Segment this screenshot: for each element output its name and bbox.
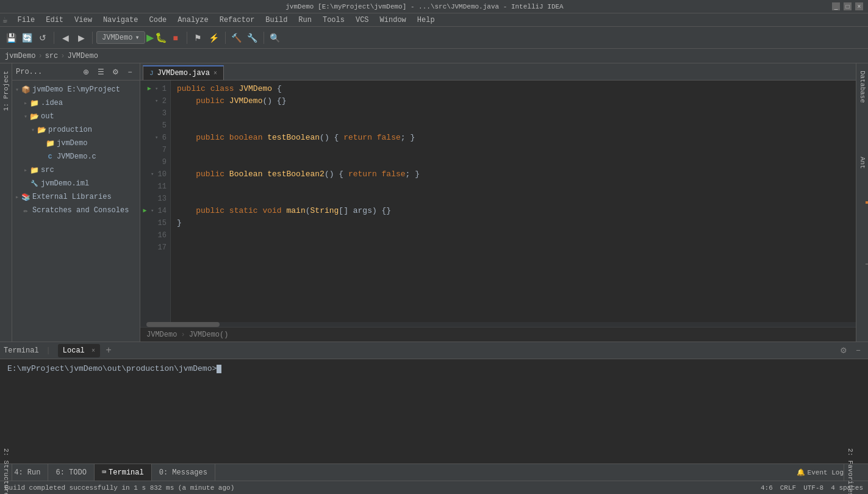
menu-navigate[interactable]: Navigate [98, 14, 143, 26]
module-icon: 📦 [21, 85, 30, 95]
run-gutter-14[interactable]: ▶ [143, 205, 147, 217]
forward-button[interactable]: ▶ [74, 30, 88, 45]
tree-item-jvmdemo-class[interactable]: C JVMDemo.c [12, 150, 140, 163]
menu-view[interactable]: View [70, 14, 97, 26]
run-gutter-1[interactable]: ▶ [148, 83, 151, 95]
refresh-button[interactable]: ↺ [35, 30, 50, 45]
status-position[interactable]: 4:6 [761, 484, 773, 492]
arrow-jvmdemo-root: ▾ [13, 86, 21, 93]
code-editor: ▶ ▾ 1 ▾ 2 3 5 ▾ 6 7 [140, 81, 856, 322]
save-button[interactable]: 💾 [4, 30, 18, 45]
menu-code[interactable]: Code [144, 14, 171, 26]
search-everywhere-button[interactable]: 🔍 [268, 30, 282, 45]
linenum-14: 14 [158, 205, 167, 217]
tab-close-button[interactable]: × [213, 70, 217, 77]
close-button[interactable]: × [855, 2, 863, 10]
fold-6: ▾ [154, 132, 160, 144]
add-terminal-button[interactable]: + [102, 345, 115, 356]
code-line-2: public JVMDemo() {} [177, 95, 850, 107]
tree-item-jvmdemo-root[interactable]: ▾ 📦 jvmDemo E:\myProject [12, 83, 140, 96]
tab-label-jvmdemo: JVMDemo.java [157, 69, 210, 77]
run-button[interactable]: ▶ [146, 32, 154, 43]
favorites-side-tab[interactable]: 2: Favorites [844, 464, 856, 481]
tool-tabs: ▶ 4: Run 6: TODO ⌨ Terminal 0: Messages [0, 464, 215, 481]
tree-item-external-libs[interactable]: ▸ 📚 External Libraries [12, 190, 140, 204]
project-side-tab[interactable]: 1: Project [1, 66, 11, 116]
ant-tab[interactable]: Ant [859, 154, 866, 171]
panel-add-button[interactable]: ⊕ [80, 66, 92, 78]
breadcrumb-method[interactable]: JVMDemo() [189, 331, 229, 339]
menu-help[interactable]: Help [412, 14, 440, 26]
terminal-settings-button[interactable]: ⚙ [838, 345, 850, 357]
stop-button[interactable]: ■ [168, 30, 183, 45]
toolbar-separator-1 [54, 32, 54, 44]
maximize-button[interactable]: □ [844, 2, 852, 10]
nav-item-jvmdemo[interactable]: jvmDemo [5, 52, 35, 60]
messages-tool-tab[interactable]: 0: Messages [152, 464, 215, 481]
terminal-tab-local[interactable]: Local × [58, 344, 100, 357]
terminal-content[interactable]: E:\myProject\jvmDemo\out\production\jvmD… [0, 359, 868, 464]
toolbar-separator-4 [225, 32, 226, 44]
coverage-button[interactable]: ⚑ [191, 30, 206, 45]
build-menu-button[interactable]: 🔨 [229, 30, 244, 45]
menu-tools[interactable]: Tools [318, 14, 350, 26]
sync-button[interactable]: 🔄 [20, 30, 34, 45]
nav-item-jvmdemo-class[interactable]: JVMDemo [67, 52, 98, 60]
fold-1: ▾ [154, 83, 160, 95]
menu-run[interactable]: Run [293, 14, 317, 26]
panel-settings-button[interactable]: ⚙ [109, 66, 121, 78]
menu-vcs[interactable]: VCS [351, 14, 374, 26]
editor-tab-jvmdemo[interactable]: J JVMDemo.java × [143, 65, 224, 80]
line-num-2: ▾ 2 [140, 95, 170, 107]
breadcrumb-jvmdemo[interactable]: JVMDemo [146, 331, 177, 339]
tree-item-iml[interactable]: 🔧 jvmDemo.iml [12, 177, 140, 190]
bottom-panel: Terminal | Local × + ⚙ − E:\myProject\jv… [0, 342, 868, 464]
structure-side-tab[interactable]: 2: Structure [0, 464, 12, 481]
status-message: Build completed successfully in 1 s 832 … [5, 484, 753, 492]
todo-tool-tab[interactable]: 6: TODO [48, 464, 94, 481]
status-encoding[interactable]: UTF-8 [803, 484, 823, 492]
menu-window[interactable]: Window [375, 14, 411, 26]
menu-refactor[interactable]: Refactor [215, 14, 260, 26]
sdk-button[interactable]: 🔧 [245, 30, 260, 45]
tree-label-jvmdemo-sub: jvmDemo [57, 139, 87, 148]
code-line-13 [177, 193, 850, 205]
code-line-10: public Boolean testBoolean2() { return f… [177, 168, 850, 181]
code-line-6: public boolean testBoolean() { return fa… [177, 132, 850, 144]
status-line-ending[interactable]: CRLF [780, 484, 796, 492]
tree-item-idea[interactable]: ▸ 📁 .idea [12, 96, 140, 110]
panel-options-button[interactable]: ☰ [95, 66, 107, 78]
arrow-src: ▸ [22, 166, 29, 174]
panel-hide-button[interactable]: − [124, 66, 136, 78]
menu-edit[interactable]: Edit [41, 14, 68, 26]
profiler-button[interactable]: ⚡ [207, 30, 221, 45]
menu-build[interactable]: Build [260, 14, 292, 26]
line-num-11: 11 [140, 181, 170, 193]
linenum-5: 5 [162, 120, 167, 132]
horizontal-scrollbar[interactable] [140, 322, 856, 327]
code-content[interactable]: public class JVMDemo { public JVMDemo() … [171, 81, 856, 322]
fold-2: ▾ [154, 95, 160, 107]
editor-tabs: J JVMDemo.java × [140, 63, 856, 81]
tree-item-production[interactable]: ▾ 📂 production [12, 123, 140, 137]
local-tab-close[interactable]: × [91, 348, 95, 354]
tree-item-scratches[interactable]: ✏ Scratches and Consoles [12, 204, 140, 217]
menu-file[interactable]: File [12, 14, 40, 26]
tree-item-src[interactable]: ▸ 📁 src [12, 163, 140, 177]
tab-java-icon: J [149, 70, 154, 77]
terminal-tool-tab[interactable]: ⌨ Terminal [95, 464, 152, 481]
menu-analyze[interactable]: Analyze [173, 14, 213, 26]
database-tab[interactable]: Database [859, 68, 866, 106]
event-log-button[interactable]: 🔔 Event Log [797, 468, 844, 476]
folder-src-icon: 📁 [29, 165, 39, 175]
nav-item-src[interactable]: src [45, 52, 59, 60]
run-config-selector[interactable]: JVMDemo ▾ [96, 31, 145, 44]
debug-button[interactable]: 🐛 [155, 32, 167, 43]
tree-item-out[interactable]: ▾ 📂 out [12, 110, 140, 123]
tree-item-jvmdemo-sub[interactable]: 📁 jvmDemo [12, 137, 140, 150]
terminal-minimize-button[interactable]: − [852, 345, 864, 357]
terminal-label: Terminal [4, 346, 39, 355]
back-button[interactable]: ◀ [58, 30, 73, 45]
toolbar-separator-5 [264, 32, 264, 44]
minimize-button[interactable]: _ [832, 2, 840, 10]
